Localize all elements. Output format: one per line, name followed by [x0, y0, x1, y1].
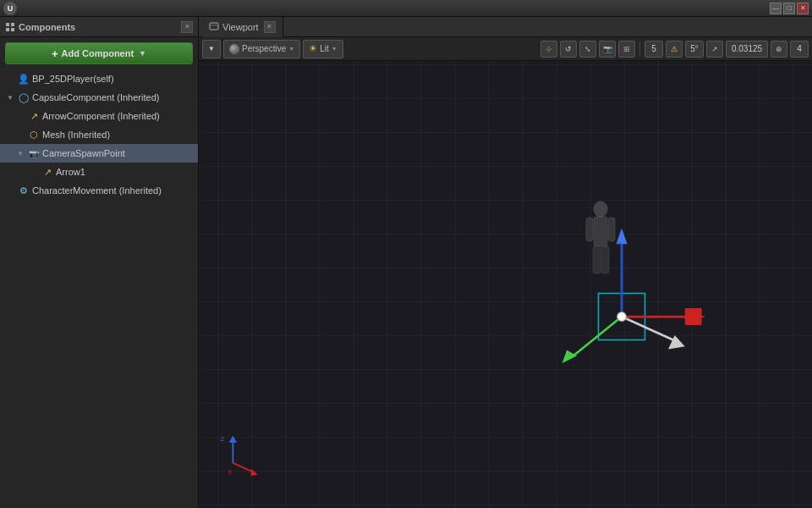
svg-marker-13 — [562, 351, 578, 363]
grid-scale-button[interactable]: ⤡ — [579, 41, 596, 58]
title-bar: U — □ ✕ — [0, 0, 812, 17]
svg-text:Z: Z — [221, 435, 225, 443]
tree-item-charactermovement[interactable]: ⚙ CharacterMovement (Inherited) — [0, 181, 198, 200]
camera-speed-button[interactable]: 📷 — [599, 41, 616, 58]
lit-button[interactable]: ☀ Lit ▼ — [303, 40, 343, 58]
transform-gizmo — [529, 205, 715, 391]
panel-title: Components — [5, 22, 75, 32]
chevron-down-icon: ▼ — [208, 45, 215, 52]
grid-value-display: 5 — [645, 41, 663, 58]
main-layout: Components ✕ + Add Component ▼ 👤 BP_25DP… — [0, 17, 812, 508]
svg-marker-28 — [250, 469, 257, 476]
grid-translate-button[interactable]: ⊹ — [540, 41, 557, 58]
angle-icon[interactable]: ⚠ — [666, 41, 683, 58]
perspective-label: Perspective — [242, 44, 286, 53]
mesh-icon: ⬡ — [28, 129, 40, 141]
item-label: CharacterMovement (Inherited) — [32, 185, 162, 196]
svg-rect-9 — [685, 308, 702, 325]
plus-icon: + — [52, 47, 58, 60]
tree-item-arrow1[interactable]: ↗ Arrow1 — [0, 163, 198, 181]
panel-grid-icon — [5, 22, 15, 32]
add-component-button[interactable]: + Add Component ▼ — [5, 42, 193, 64]
capsule-icon: ◯ — [18, 91, 30, 103]
svg-point-17 — [594, 202, 607, 217]
svg-rect-4 — [210, 23, 218, 30]
viewport-header-left: Viewport ✕ — [202, 17, 283, 37]
components-panel: Components ✕ + Add Component ▼ 👤 BP_25DP… — [0, 17, 199, 508]
svg-rect-20 — [608, 218, 615, 241]
viewport-tab[interactable]: Viewport ✕ — [202, 17, 283, 37]
lit-label: Lit — [320, 44, 329, 53]
minimize-button[interactable]: — — [770, 3, 782, 14]
add-component-label: Add Component — [62, 48, 134, 58]
sun-icon: ☀ — [309, 43, 317, 54]
title-bar-controls: — □ ✕ — [770, 3, 809, 14]
tree-item-bp-player[interactable]: 👤 BP_25DPlayer(self) — [0, 69, 198, 88]
item-label: CameraSpawnPoint — [42, 148, 125, 158]
close-button[interactable]: ✕ — [797, 3, 809, 14]
layer-value-display: 4 — [790, 41, 809, 58]
toolbar-right: ⊹ ↺ ⤡ 📷 ⊞ 5 ⚠ 5° ↗ 0.03125 ⊕ 4 — [540, 41, 809, 58]
viewport-toolbar: ▼ Perspective ▼ ☀ Lit ▼ ⊹ ↺ ⤡ 📷 ⊞ — [199, 37, 812, 61]
expand-icon: ▼ — [7, 94, 15, 102]
tree-item-capsule[interactable]: ▼ ◯ CapsuleComponent (Inherited) — [0, 88, 198, 107]
dropdown-arrow-icon: ▼ — [139, 49, 146, 58]
ue-logo: U — [3, 2, 17, 15]
panel-header: Components ✕ — [0, 17, 198, 37]
maximize-button[interactable]: □ — [783, 3, 795, 14]
title-bar-left: U — [3, 2, 17, 15]
item-label: ArrowComponent (Inherited) — [42, 111, 160, 121]
svg-rect-19 — [586, 218, 593, 241]
tree-item-arrow[interactable]: ↗ ArrowComponent (Inherited) — [0, 107, 198, 125]
character-icon: ⚙ — [18, 185, 30, 196]
arrow-icon: ↗ — [28, 110, 40, 122]
grid-toggle-button[interactable]: ⊞ — [618, 41, 635, 58]
camera-icon: 📷 — [28, 147, 40, 159]
scale-value-display: 0.03125 — [726, 41, 768, 58]
expand-icon-btn[interactable]: ↗ — [706, 41, 723, 58]
svg-marker-11 — [668, 335, 685, 350]
viewport-panel: Viewport ✕ ▼ Perspective ▼ ☀ Lit ▼ — [199, 17, 812, 508]
item-label: Arrow1 — [56, 167, 85, 177]
player-icon: 👤 — [18, 73, 30, 85]
tree-item-cameraspawn[interactable]: ▼ 📷 CameraSpawnPoint — [0, 144, 198, 163]
svg-rect-3 — [11, 28, 14, 31]
angle-value-display: 5° — [685, 41, 704, 58]
svg-rect-18 — [594, 217, 607, 246]
axis-indicator: X Z — [217, 432, 264, 478]
expand-icon: ▼ — [17, 150, 25, 157]
svg-line-10 — [622, 317, 678, 342]
viewport-tab-icon — [209, 22, 219, 32]
grid-rotate-button[interactable]: ↺ — [560, 41, 577, 58]
item-label: CapsuleComponent (Inherited) — [32, 92, 159, 102]
tree-item-mesh[interactable]: ⬡ Mesh (Inherited) — [0, 125, 198, 144]
character-silhouette — [579, 201, 622, 294]
perspective-button[interactable]: Perspective ▼ — [223, 40, 300, 58]
svg-line-27 — [233, 463, 253, 472]
svg-rect-0 — [6, 23, 9, 26]
perspective-sphere-icon — [229, 44, 239, 54]
item-label: BP_25DPlayer(self) — [32, 74, 114, 84]
viewport-options-button[interactable]: ▼ — [202, 40, 221, 58]
svg-rect-2 — [6, 28, 9, 31]
svg-point-16 — [617, 312, 627, 322]
svg-line-12 — [573, 317, 622, 356]
viewport-header: Viewport ✕ — [199, 17, 812, 37]
viewport-tab-label: Viewport — [222, 22, 259, 32]
svg-marker-26 — [229, 436, 237, 443]
panel-close-button[interactable]: ✕ — [181, 21, 193, 33]
svg-text:X: X — [228, 468, 233, 476]
arrow1-icon: ↗ — [41, 166, 53, 178]
lit-arrow-icon: ▼ — [332, 46, 337, 52]
viewport-close-button[interactable]: ✕ — [264, 21, 276, 33]
perspective-arrow-icon: ▼ — [288, 46, 294, 52]
svg-rect-21 — [593, 246, 601, 273]
item-label: Mesh (Inherited) — [42, 130, 110, 140]
component-tree: 👤 BP_25DPlayer(self) ▼ ◯ CapsuleComponen… — [0, 68, 198, 508]
viewport-canvas[interactable]: X Z — [199, 61, 812, 508]
layers-icon[interactable]: ⊕ — [771, 41, 787, 58]
svg-rect-22 — [601, 246, 609, 273]
svg-rect-1 — [11, 23, 14, 26]
separator — [639, 41, 640, 57]
